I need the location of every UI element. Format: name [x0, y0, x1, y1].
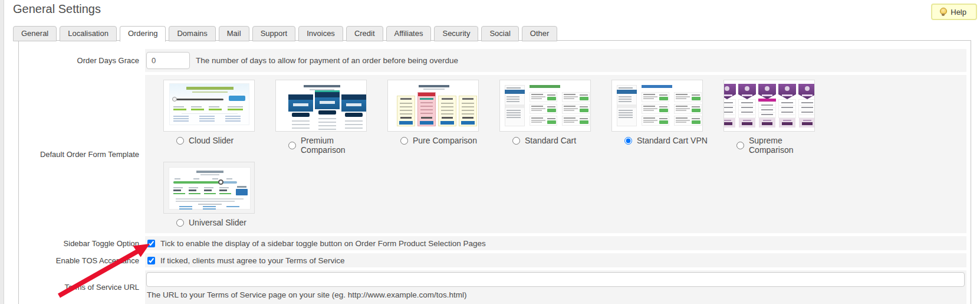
- template-name: Universal Slider: [189, 218, 246, 227]
- tab-general[interactable]: General: [13, 26, 57, 41]
- template-radio-standard-cart-vpn[interactable]: [624, 137, 632, 145]
- template-option-pure-comparison: Pure Comparison: [377, 80, 489, 155]
- enable-tos-checkbox[interactable]: [147, 257, 155, 264]
- order-days-grace-description: The number of days to allow for payment …: [196, 56, 458, 65]
- sidebar-toggle-description: Tick to enable the display of a sidebar …: [160, 239, 486, 248]
- template-option-label-cloud-slider: Cloud Slider: [176, 136, 265, 145]
- settings-panel: Order Days Grace The number of days to a…: [18, 40, 971, 304]
- template-option-cloud-slider: Cloud Slider: [153, 80, 265, 155]
- order-days-grace-input[interactable]: [146, 52, 190, 69]
- template-thumbnail-standard-cart-vpn: [611, 80, 703, 132]
- template-name: Cloud Slider: [189, 136, 234, 145]
- terms-of-service-url-label: Terms of Service URL: [23, 270, 145, 304]
- template-option-supreme-comparison: Supreme Comparison: [713, 80, 825, 155]
- order-days-grace-field: The number of days to allow for payment …: [145, 49, 966, 72]
- tab-ordering[interactable]: Ordering: [120, 26, 166, 42]
- template-name: Standard Cart VPN: [637, 136, 708, 145]
- tab-domains[interactable]: Domains: [169, 26, 215, 41]
- template-option-premium-comparison: Premium Comparison: [265, 80, 377, 155]
- template-option-label-universal-slider: Universal Slider: [176, 218, 265, 227]
- form-row-sidebar-toggle-option: Sidebar Toggle Option Tick to enable the…: [23, 236, 966, 250]
- template-radio-supreme-comparison[interactable]: [736, 142, 744, 149]
- form-row-order-days-grace: Order Days Grace The number of days to a…: [23, 49, 966, 72]
- template-thumbnail-supreme-comparison: [724, 80, 815, 132]
- template-radio-standard-cart[interactable]: [512, 137, 520, 145]
- template-name: Supreme Comparison: [749, 136, 825, 155]
- template-option-label-standard-cart-vpn: Standard Cart VPN: [624, 136, 713, 145]
- template-option-standard-cart: Standard Cart: [489, 80, 601, 155]
- tab-support[interactable]: Support: [252, 26, 296, 41]
- tab-other[interactable]: Other: [522, 26, 558, 41]
- terms-of-service-url-description: The URL to your Terms of Service page on…: [147, 290, 965, 299]
- enable-tos-acceptance-label: Enable TOS Acceptance: [23, 253, 145, 267]
- tab-localisation[interactable]: Localisation: [60, 26, 117, 41]
- sidebar-toggle-checkbox[interactable]: [147, 240, 155, 247]
- template-radio-cloud-slider[interactable]: [176, 137, 184, 145]
- template-option-label-supreme-comparison: Supreme Comparison: [736, 136, 825, 155]
- template-thumbnail-premium-comparison: [275, 80, 367, 132]
- tab-invoices[interactable]: Invoices: [298, 26, 343, 41]
- tab-affiliates[interactable]: Affiliates: [386, 26, 432, 41]
- template-option-label-pure-comparison: Pure Comparison: [400, 136, 489, 145]
- template-options-list: Cloud SliderPremium ComparisonPure Compa…: [145, 75, 853, 233]
- template-thumbnail-standard-cart: [499, 80, 591, 132]
- tab-credit[interactable]: Credit: [346, 26, 383, 41]
- template-name: Standard Cart: [525, 136, 576, 145]
- template-option-label-premium-comparison: Premium Comparison: [288, 136, 377, 155]
- order-days-grace-label: Order Days Grace: [23, 49, 145, 72]
- terms-of-service-url-input[interactable]: [146, 272, 965, 287]
- default-order-form-template-label: Default Order Form Template: [23, 75, 145, 233]
- template-thumbnail-pure-comparison: [387, 80, 479, 132]
- lightbulb-icon: [939, 8, 946, 17]
- page-left-edge: [0, 0, 4, 304]
- help-button-label: Help: [951, 8, 966, 17]
- enable-tos-description: If ticked, clients must agree to your Te…: [160, 256, 345, 265]
- template-option-universal-slider: Universal Slider: [153, 162, 265, 227]
- template-option-label-standard-cart: Standard Cart: [512, 136, 601, 145]
- template-name: Premium Comparison: [301, 136, 377, 155]
- default-order-form-template-field: Cloud SliderPremium ComparisonPure Compa…: [145, 75, 966, 233]
- page-title: General Settings: [13, 2, 101, 16]
- template-radio-premium-comparison[interactable]: [288, 142, 296, 149]
- template-name: Pure Comparison: [413, 136, 477, 145]
- tab-mail[interactable]: Mail: [219, 26, 249, 41]
- tab-social[interactable]: Social: [481, 26, 518, 41]
- form-row-default-order-form-template: Default Order Form Template Cloud Slider…: [23, 75, 966, 233]
- sidebar-toggle-option-field: Tick to enable the display of a sidebar …: [145, 236, 966, 250]
- template-option-standard-cart-vpn: Standard Cart VPN: [601, 80, 713, 155]
- template-thumbnail-universal-slider: [163, 162, 255, 214]
- settings-tab-bar: GeneralLocalisationOrderingDomainsMailSu…: [13, 26, 557, 41]
- template-radio-pure-comparison[interactable]: [400, 137, 408, 145]
- terms-of-service-url-field: The URL to your Terms of Service page on…: [145, 270, 966, 304]
- form-row-enable-tos-acceptance: Enable TOS Acceptance If ticked, clients…: [23, 253, 966, 267]
- help-button[interactable]: Help: [931, 4, 977, 20]
- form-row-terms-of-service-url: Terms of Service URL The URL to your Ter…: [23, 270, 966, 304]
- tab-security[interactable]: Security: [434, 26, 478, 41]
- template-thumbnail-cloud-slider: [163, 80, 255, 132]
- enable-tos-acceptance-field: If ticked, clients must agree to your Te…: [145, 253, 966, 267]
- sidebar-toggle-option-label: Sidebar Toggle Option: [23, 236, 145, 250]
- template-radio-universal-slider[interactable]: [176, 219, 184, 227]
